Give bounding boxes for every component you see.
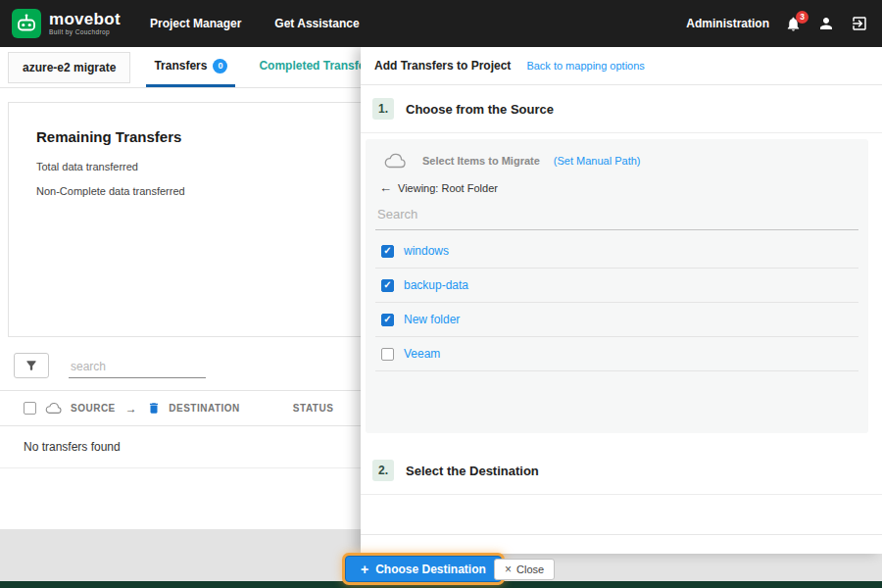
transfers-count-badge: 0: [213, 59, 227, 74]
panel-header: Add Transfers to Project Back to mapping…: [361, 47, 882, 85]
col-status: STATUS: [293, 403, 334, 414]
close-label: Close: [516, 564, 544, 575]
folder-back-control[interactable]: ← Viewing: Root Folder: [379, 180, 857, 195]
nav-administration[interactable]: Administration: [686, 17, 769, 30]
filter-button[interactable]: [14, 353, 49, 378]
logout-button[interactable]: [851, 15, 868, 32]
footer-bar: [0, 581, 882, 588]
item-checkbox[interactable]: [381, 279, 394, 292]
step2-title: Select the Destination: [406, 464, 539, 478]
viewing-label: Viewing: Root Folder: [398, 182, 498, 194]
source-picker-card: Select Items to Migrate (Set Manual Path…: [366, 139, 868, 433]
close-panel-button[interactable]: × Close: [494, 559, 555, 580]
panel-footer-divider: [361, 534, 882, 554]
notification-badge: 3: [796, 11, 808, 24]
person-icon: [817, 15, 835, 32]
source-items-list: windows backup-data New folder Veeam: [375, 234, 858, 371]
list-item[interactable]: New folder: [375, 303, 858, 337]
col-source: SOURCE: [71, 403, 116, 414]
select-items-label: Select Items to Migrate: [422, 155, 540, 167]
notifications-button[interactable]: 3: [785, 16, 802, 32]
item-checkbox[interactable]: [381, 348, 394, 361]
step2-number-badge: 2.: [372, 460, 394, 481]
back-to-mapping-link[interactable]: Back to mapping options: [526, 60, 644, 72]
step1-number-badge: 1.: [372, 98, 394, 120]
movebot-logo[interactable]: movebot Built by Couchdrop: [12, 9, 121, 38]
brand-tagline: Built by Couchdrop: [49, 29, 121, 36]
tab-project-name[interactable]: azure-e2 migrate: [8, 52, 130, 83]
top-navigation-bar: movebot Built by Couchdrop Project Manag…: [0, 0, 882, 47]
source-picker-header: Select Items to Migrate (Set Manual Path…: [375, 151, 858, 171]
top-nav: Project Manager Get Assistance: [150, 17, 360, 30]
source-cloud-icon: [381, 151, 409, 171]
tab-transfers-label: Transfers: [154, 59, 207, 73]
item-checkbox[interactable]: [381, 314, 394, 326]
items-search-input[interactable]: [375, 197, 858, 230]
set-manual-path-link[interactable]: (Set Manual Path): [554, 155, 641, 167]
step2-header: 2. Select the Destination: [361, 447, 882, 495]
tab-completed-label: Completed Transfers: [259, 59, 375, 73]
list-item[interactable]: backup-data: [375, 269, 858, 303]
account-button[interactable]: [817, 15, 835, 32]
table-filter-row: [14, 353, 206, 378]
nav-get-assistance[interactable]: Get Assistance: [274, 17, 359, 30]
logout-icon: [851, 15, 868, 32]
close-icon: ×: [505, 564, 512, 575]
topbar-right-actions: Administration 3: [686, 15, 868, 32]
plus-icon: +: [361, 563, 368, 576]
step1-title: Choose from the Source: [406, 102, 554, 117]
item-label[interactable]: Veeam: [404, 347, 440, 361]
choose-destination-button[interactable]: + Choose Destination: [345, 556, 502, 582]
back-arrow-icon: ←: [379, 180, 392, 195]
item-checkbox[interactable]: [381, 245, 394, 258]
transfers-search-input[interactable]: [69, 356, 206, 378]
arrow-right-icon: →: [125, 402, 138, 416]
destination-bucket-icon: [147, 401, 161, 416]
source-cloud-icon: [44, 401, 63, 416]
add-transfers-panel: Add Transfers to Project Back to mapping…: [361, 47, 882, 554]
tab-transfers[interactable]: Transfers 0: [146, 47, 235, 87]
nav-project-manager[interactable]: Project Manager: [150, 17, 241, 30]
list-item[interactable]: windows: [375, 234, 858, 269]
col-destination: DESTINATION: [169, 403, 240, 414]
step1-header: 1. Choose from the Source: [361, 85, 882, 133]
select-all-checkbox[interactable]: [24, 402, 36, 415]
funnel-icon: [24, 359, 38, 372]
item-label[interactable]: windows: [404, 244, 449, 258]
item-label[interactable]: New folder: [404, 313, 460, 326]
movebot-robot-icon: [12, 9, 41, 38]
brand-name: movebot: [49, 11, 121, 27]
item-label[interactable]: backup-data: [404, 278, 468, 292]
list-item[interactable]: Veeam: [375, 337, 858, 371]
panel-title: Add Transfers to Project: [374, 59, 511, 73]
choose-destination-label: Choose Destination: [375, 563, 486, 576]
